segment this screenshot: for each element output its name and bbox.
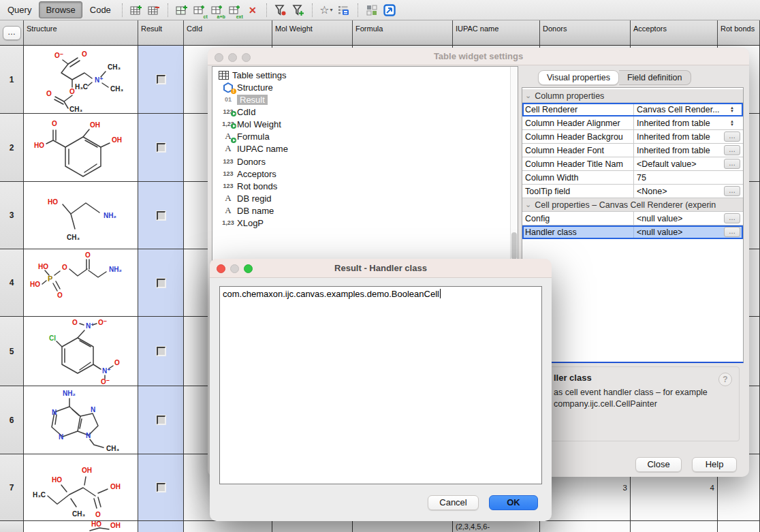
filter-icon[interactable] [272, 1, 289, 19]
zoom-window-icon[interactable] [242, 53, 251, 62]
tree-item-molweight[interactable]: 1,23 Mol Weight [219, 118, 281, 130]
molweight-cell[interactable] [272, 521, 353, 532]
column-header-result[interactable]: Result [138, 20, 184, 46]
row-number[interactable]: 3 [0, 182, 24, 249]
donors-cell[interactable] [540, 521, 631, 532]
structure-cell[interactable]: H₃C HO CH₃ OH O OH [24, 454, 138, 521]
tree-item-dbregid[interactable]: A DB regid [219, 192, 272, 204]
prop-row-config[interactable]: Config <null value> … [522, 212, 743, 225]
cancel-button[interactable]: Cancel [428, 495, 479, 510]
column-header-molweight[interactable]: Mol Weight [272, 20, 353, 46]
tree-scrollbar-thumb[interactable] [511, 232, 517, 260]
tab-visual-properties[interactable]: Visual properties [538, 70, 619, 85]
tree-item-rotbonds[interactable]: 123 Rot bonds [219, 180, 277, 192]
zoom-window-icon[interactable] [244, 264, 253, 273]
result-cell[interactable] [138, 386, 184, 454]
column-header-rotbonds[interactable]: Rot bonds [718, 20, 760, 46]
add-widget-icon[interactable] [173, 1, 191, 19]
ellipsis-button[interactable]: … [724, 131, 740, 142]
delete-icon[interactable]: ✕ [244, 1, 262, 19]
structure-cell[interactable]: O⁻O O OCH₃ N⁺ CH₃CH₃H₃C [24, 46, 138, 114]
result-checkbox[interactable] [157, 279, 165, 287]
stepper-icon[interactable]: ▲▼ [730, 120, 734, 127]
row-number[interactable]: 4 [0, 249, 24, 317]
tab-code[interactable]: Code [84, 2, 117, 18]
prop-row-header-font[interactable]: Column Header Font Inherited from table … [522, 144, 743, 157]
column-header-acceptors[interactable]: Acceptors [631, 20, 718, 46]
add-row-icon[interactable] [127, 1, 145, 19]
ellipsis-button[interactable]: … [724, 159, 740, 169]
column-header-donors[interactable]: Donors [540, 20, 631, 46]
add-table-ext-icon[interactable]: ext [226, 1, 244, 19]
ellipsis-button[interactable]: … [724, 213, 740, 223]
iupac-cell[interactable]: (2,3,4,5,6- [453, 521, 540, 532]
column-header-formula[interactable]: Formula [353, 20, 453, 46]
tree-item-acceptors[interactable]: 123 Acceptors [219, 168, 276, 180]
help-button[interactable]: Help [692, 457, 737, 472]
tree-item-iupac[interactable]: A IUPAC name [219, 142, 288, 155]
tab-field-definition[interactable]: Field definition [619, 70, 691, 85]
windows-layout-icon[interactable] [363, 1, 381, 19]
section-column-properties[interactable]: ⌄ Column properties [522, 89, 743, 103]
stepper-icon[interactable]: ▲▼ [730, 106, 734, 113]
result-cell[interactable] [138, 46, 184, 114]
tree-item-dbname[interactable]: A DB name [219, 204, 274, 217]
acceptors-cell[interactable] [631, 521, 718, 532]
section-cell-properties[interactable]: ⌄ Cell properties – Canvas Cell Renderer… [522, 198, 743, 212]
result-checkbox[interactable] [157, 483, 165, 492]
result-checkbox[interactable] [157, 347, 165, 356]
row-number[interactable]: 2 [0, 114, 24, 182]
row-number[interactable] [0, 521, 24, 532]
row-number[interactable]: 7 [0, 454, 24, 521]
row-number[interactable]: 1 [0, 46, 24, 114]
column-header-cdid[interactable]: CdId [184, 20, 272, 46]
tree-item-structure[interactable]: ! Structure [219, 81, 273, 93]
handler-dialog-titlebar[interactable]: Result - Handler class [210, 259, 552, 278]
prop-row-cell-renderer[interactable]: Cell Renderer Canvas Cell Render... ▲▼ [522, 103, 743, 116]
column-header-iupac[interactable]: IUPAC name [453, 20, 540, 46]
prop-row-handler-class[interactable]: Handler class <null value> … [522, 225, 743, 239]
close-window-icon[interactable] [215, 53, 223, 62]
star-dropdown-caret-icon[interactable]: ▾ [330, 7, 333, 13]
saved-list-icon[interactable] [335, 1, 353, 19]
cdid-cell[interactable] [184, 521, 272, 532]
prop-row-header-background[interactable]: Column Header Backgrou Inherited from ta… [522, 130, 743, 144]
structure-cell[interactable]: HOHO P OO O NH₂ [24, 249, 138, 317]
grid-options-button[interactable]: … [3, 26, 21, 40]
tab-query[interactable]: Query [1, 2, 37, 18]
settings-dialog-titlebar[interactable]: Table widget settings [208, 48, 749, 65]
result-checkbox[interactable] [157, 211, 165, 220]
result-checkbox[interactable] [157, 75, 165, 84]
add-table-ab-icon[interactable]: a+b [208, 1, 226, 19]
add-filter-icon[interactable] [289, 1, 307, 19]
close-window-icon[interactable] [217, 264, 225, 273]
result-checkbox[interactable] [157, 416, 165, 424]
prop-row-header-title-name[interactable]: Column Header Title Nam <Default value> … [522, 157, 743, 171]
minimize-window-icon[interactable] [230, 264, 239, 273]
tree-item-table-settings[interactable]: Table settings [215, 69, 287, 81]
result-cell[interactable] [138, 454, 184, 521]
rotbonds-cell[interactable] [718, 521, 760, 532]
close-button[interactable]: Close [635, 457, 682, 472]
tree-item-formula[interactable]: A Formula [219, 130, 270, 142]
ellipsis-button[interactable]: … [724, 186, 740, 196]
row-number[interactable]: 6 [0, 386, 24, 454]
prop-row-header-alignment[interactable]: Column Header Alignmer Inherited from ta… [522, 116, 743, 130]
help-question-icon[interactable]: ? [718, 373, 732, 386]
structure-cell[interactable]: OHO OH OH [24, 114, 138, 182]
tree-item-donors[interactable]: 123 Donors [219, 155, 266, 168]
ok-button[interactable]: OK [489, 495, 538, 510]
favorites-star-icon[interactable]: ☆▾ [317, 1, 335, 19]
structure-cell[interactable]: NH₂ NN NN CH₃ [24, 386, 138, 454]
tab-browse[interactable]: Browse [39, 1, 82, 18]
ellipsis-button[interactable]: … [724, 145, 740, 155]
add-table-ct-icon[interactable]: ct [191, 1, 208, 19]
result-cell[interactable] [138, 114, 184, 182]
row-number[interactable]: 5 [0, 317, 24, 386]
result-checkbox[interactable] [157, 143, 165, 152]
prop-row-tooltip-field[interactable]: ToolTip field <None> … [522, 185, 743, 198]
structure-cell[interactable]: HO NH₂ CH₃ [24, 182, 138, 249]
formula-cell[interactable] [353, 521, 453, 532]
structure-cell[interactable]: Cl N⁺ O O⁻ N⁺ O O⁻ [24, 317, 138, 386]
result-cell[interactable] [138, 317, 184, 386]
